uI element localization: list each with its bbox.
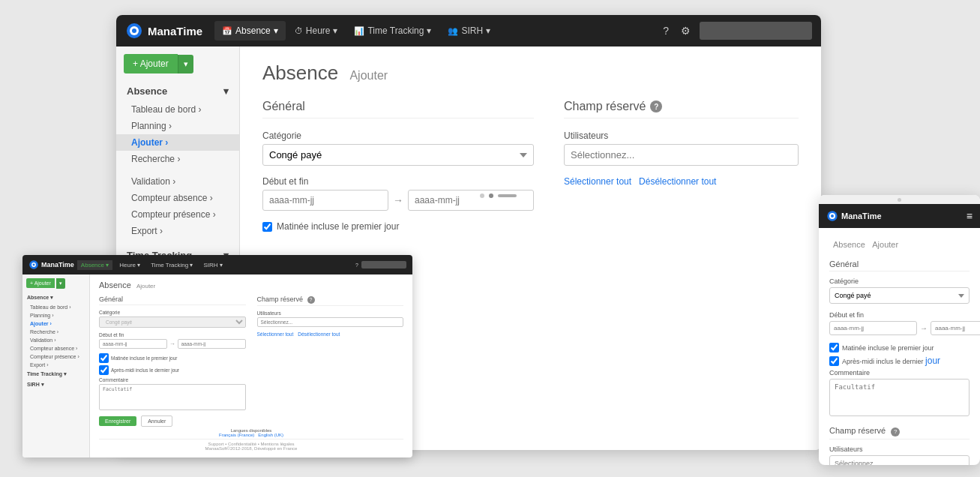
topbar: ManaTime 📅 Absence ▾ ⏱ Heure ▾ 📊 Time Tr… (116, 15, 821, 46)
brand-name: ManaTime (148, 25, 202, 38)
laptop-search-input[interactable] (361, 261, 406, 268)
sidebar-item-validation[interactable]: Validation › (116, 173, 239, 190)
matin-checkbox[interactable] (262, 222, 272, 232)
laptop-sidebar-compteur-presence[interactable]: Compteur présence › (22, 352, 89, 361)
mobile-content: Absence Ajouter Général Catégorie Congé … (819, 228, 980, 465)
nav-heure[interactable]: ⏱ Heure ▾ (287, 21, 346, 40)
select-links: Sélectionner tout Désélectionner tout (564, 176, 799, 187)
laptop-aprem-row: Après-midi inclus le dernier jour (99, 365, 246, 375)
help-button[interactable]: ? (660, 25, 672, 37)
laptop-add-button[interactable]: + Ajouter (26, 278, 55, 288)
global-search-input[interactable] (700, 22, 812, 40)
mobile-window: ManaTime ≡ Absence Ajouter Général Catég… (819, 195, 980, 465)
mobile-menu-icon[interactable]: ≡ (967, 210, 973, 222)
sidebar-absence-section: Absence ▾ (116, 81, 239, 101)
laptop-nav-tracking[interactable]: Time Tracking ▾ (147, 260, 196, 270)
general-section-title: Général (262, 100, 534, 118)
laptop-date-start[interactable] (99, 339, 167, 349)
laptop-save-button[interactable]: Enregistrer (99, 416, 136, 426)
laptop-topbar: ManaTime Absence ▾ Heure ▾ Time Tracking… (22, 255, 412, 274)
add-button[interactable]: + Ajouter (124, 54, 178, 74)
mobile-category-group: Catégorie Congé payé (829, 278, 970, 304)
laptop-add-dropdown[interactable]: ▾ (56, 278, 65, 289)
mobile-commentaire-label: Commentaire (829, 369, 970, 376)
select-all-link[interactable]: Sélectionner tout (564, 176, 631, 187)
laptop-select-all-link[interactable]: Sélectionner tout (257, 332, 294, 337)
laptop-help-icon[interactable]: ? (355, 262, 358, 268)
champ-reserve-title: Champ réservé ? (564, 100, 799, 118)
mobile-jour-link[interactable]: jour (925, 356, 940, 366)
laptop-sidebar-tableau[interactable]: Tableau de bord › (22, 303, 89, 311)
sidebar-item-recherche[interactable]: Recherche › (116, 151, 239, 167)
mobile-status-bar (819, 195, 980, 204)
mobile-date-start[interactable] (829, 321, 917, 335)
laptop-cancel-button[interactable]: Annuler (141, 416, 172, 427)
users-input[interactable] (564, 144, 799, 166)
matin-checkbox-row: Matinée incluse le premier jour (262, 221, 534, 232)
sidebar-item-export[interactable]: Export › (116, 223, 239, 239)
sidebar-item-compteur-presence[interactable]: Compteur présence › (116, 206, 239, 223)
mobile-aprem-checkbox[interactable] (829, 356, 839, 366)
laptop-nav-absence[interactable]: Absence ▾ (77, 260, 112, 270)
date-start-input[interactable] (262, 190, 388, 211)
laptop-nav-sirh[interactable]: SIRH ▾ (199, 260, 226, 270)
laptop-category-select[interactable]: Congé payé (99, 316, 246, 328)
laptop-commentaire-textarea[interactable] (99, 384, 246, 410)
chevron-down-icon-tracking: ▾ (427, 26, 431, 36)
chevron-down-icon-sirh: ▾ (486, 26, 490, 36)
nav-absence[interactable]: 📅 Absence ▾ (214, 21, 286, 40)
users-field-group: Utilisateurs (564, 130, 799, 166)
laptop-sidebar-ajouter[interactable]: Ajouter › (22, 320, 89, 328)
clock-icon: ⏱ (295, 26, 303, 35)
dot-bar (498, 194, 517, 197)
laptop-matin-checkbox[interactable] (99, 353, 109, 363)
laptop-users-input[interactable] (257, 317, 404, 327)
mobile-users-input[interactable] (829, 455, 970, 466)
laptop-nav-heure[interactable]: Heure ▾ (115, 260, 144, 270)
tablet-dots (480, 194, 517, 198)
add-dropdown-button[interactable]: ▾ (178, 55, 193, 74)
laptop-category-group: Catégorie Congé payé (99, 310, 246, 328)
laptop-lang-section: Langues disponibles Français (France) En… (99, 427, 403, 439)
sidebar-item-planning[interactable]: Planning › (116, 118, 239, 134)
laptop-sidebar-export[interactable]: Export › (22, 361, 89, 369)
laptop-time-section: Time Tracking ▾ (22, 369, 89, 380)
settings-button[interactable]: ⚙ (678, 25, 694, 37)
laptop-champ-help-icon[interactable]: ? (307, 296, 315, 304)
mobile-date-row: → (829, 321, 970, 335)
mobile-date-end[interactable] (931, 321, 980, 335)
laptop-date-end[interactable] (178, 339, 246, 349)
laptop-sidebar-validation[interactable]: Validation › (22, 336, 89, 344)
laptop-sidebar-compteur-absence[interactable]: Compteur absence › (22, 344, 89, 352)
category-select[interactable]: Congé payé (262, 144, 534, 166)
nav-time-tracking[interactable]: 📊 Time Tracking ▾ (346, 21, 439, 40)
laptop-form-grid: Général Catégorie Congé payé Début et fi… (99, 296, 403, 427)
laptop-deselect-all-link[interactable]: Désélectionner tout (298, 332, 340, 337)
champ-reserve-help-icon[interactable]: ? (650, 100, 662, 112)
laptop-sidebar-planning[interactable]: Planning › (22, 311, 89, 320)
sidebar-item-compteur-absence[interactable]: Compteur absence › (116, 190, 239, 206)
laptop-aprem-checkbox[interactable] (99, 365, 109, 375)
general-section: Général Catégorie Congé payé Début et fi… (262, 100, 534, 236)
mobile-champ-help-icon[interactable]: ? (891, 428, 900, 436)
dot-2-active (489, 194, 493, 198)
champ-reserve-title-row: Champ réservé ? (564, 100, 799, 113)
mobile-users-group: Utilisateurs (829, 446, 970, 466)
mobile-category-select[interactable]: Congé payé (829, 287, 970, 304)
laptop-sidebar-recherche[interactable]: Recherche › (22, 328, 89, 336)
laptop-lang-fr-link[interactable]: Français (France) (219, 433, 254, 437)
laptop-brand: ManaTime (28, 260, 74, 270)
champ-reserve-section: Champ réservé ? Utilisateurs Sélectionne… (564, 100, 799, 236)
users-label: Utilisateurs (564, 130, 799, 141)
sidebar-item-tableau[interactable]: Tableau de bord › (116, 101, 239, 118)
mobile-brand-logo-icon (826, 210, 838, 222)
sidebar-item-ajouter[interactable]: Ajouter › (116, 134, 239, 151)
laptop-date-row: → (99, 339, 246, 349)
mobile-commentaire-textarea[interactable] (829, 379, 970, 416)
laptop-matin-row: Matinée incluse le premier jour (99, 353, 246, 363)
deselect-all-link[interactable]: Désélectionner tout (639, 176, 716, 187)
laptop-lang-en-link[interactable]: English (UK) (258, 433, 283, 437)
laptop-select-links: Sélectionner tout Désélectionner tout (257, 332, 404, 337)
mobile-matin-checkbox[interactable] (829, 343, 839, 352)
nav-sirh[interactable]: 👥 SIRH ▾ (440, 21, 498, 40)
